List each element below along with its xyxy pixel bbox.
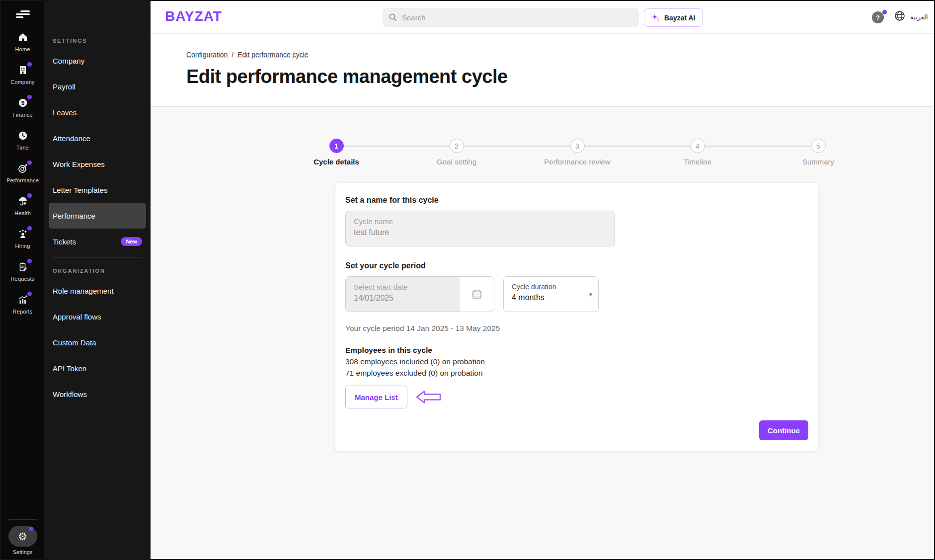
topbar: BAYZAT Bayzat AI ? العربية [151,1,934,34]
new-badge: New [121,237,142,246]
building-icon [16,64,29,77]
rail-item-home[interactable]: Home [1,31,44,52]
notification-dot [27,62,32,67]
employees-included-line: 308 employees included (0) on probation [345,357,808,366]
question-icon: ? [876,14,880,21]
sidebar-item-leaves[interactable]: Leaves [49,99,146,125]
bayzat-ai-label: Bayzat AI [664,14,696,22]
breadcrumb: Configuration / Edit performance cycle [186,51,934,59]
rail-item-time[interactable]: Time [1,129,44,151]
continue-button[interactable]: Continue [759,420,808,440]
rail-item-company[interactable]: Company [1,64,44,85]
chart-icon [16,293,29,306]
step-cycle-details[interactable]: 1 Cycle details [294,139,379,166]
start-date-value: 14/01/2025 [354,294,452,303]
page-title: Edit performance management cycle [186,66,934,87]
breadcrumb-edit-cycle[interactable]: Edit performance cycle [237,51,308,59]
clipboard-pencil-icon [16,260,29,273]
clock-icon [16,129,29,142]
notification-dot [27,160,32,165]
notification-dot [27,259,32,263]
cycle-duration-value: 4 months [512,293,590,302]
employees-heading: Employees in this cycle [345,346,808,355]
section-header-settings: SETTINGS [44,38,151,44]
employees-excluded-line: 71 employees excluded (0) on probation [345,369,808,378]
start-date-field[interactable]: Select start date 14/01/2025 [345,276,494,312]
rail-nav: Home Company $ Finance Tim [1,31,44,315]
step-timeline[interactable]: 4 Timeline [655,139,740,166]
search-icon [389,13,397,22]
sidebar-item-performance[interactable]: Performance [49,203,146,229]
bayzat-ai-button[interactable]: Bayzat AI [644,8,703,27]
hiring-person-icon [16,228,29,240]
cycle-name-field[interactable]: Cycle name test future [345,211,615,246]
breadcrumb-separator: / [232,51,234,59]
search-input[interactable] [402,13,621,22]
cycle-duration-select[interactable]: Cycle duration 4 months ▾ [503,276,599,312]
target-icon [16,162,29,175]
language-switcher[interactable]: العربية [910,13,928,21]
sidebar-item-attendance[interactable]: Attendance [49,125,146,151]
rail-item-finance[interactable]: $ Finance [1,96,44,118]
breadcrumb-configuration[interactable]: Configuration [186,51,228,59]
start-date-label: Select start date [354,283,452,291]
manage-list-button[interactable]: Manage List [345,386,407,408]
rail-item-performance[interactable]: Performance [1,162,44,183]
icon-rail: Home Company $ Finance Tim [1,1,44,559]
page-header: Configuration / Edit performance cycle E… [151,34,934,107]
menu-toggle-icon[interactable] [16,9,30,19]
name-section-heading: Set a name for this cycle [345,196,808,205]
divider [53,257,142,258]
app-window: Home Company $ Finance Tim [0,0,935,560]
start-date-value-area: Select start date 14/01/2025 [346,277,460,312]
sidebar-item-api-token[interactable]: API Token [49,355,146,381]
notification-dot [29,527,33,531]
cycle-duration-label: Cycle duration [512,283,590,291]
wizard-stepper: 1 Cycle details 2 Goal setting 3 Perform… [335,139,818,168]
sidebar-item-tickets[interactable]: Tickets New [49,229,146,254]
search-bar[interactable] [383,8,639,27]
divider [8,519,37,520]
main-area: BAYZAT Bayzat AI ? العربية Configuration… [151,1,934,559]
bayzat-logo[interactable]: BAYZAT [165,8,222,24]
cycle-name-label: Cycle name [354,217,607,226]
dollar-icon: $ [16,96,29,109]
notification-dot [882,10,887,14]
step-summary[interactable]: 5 Summary [776,139,860,166]
settings-sidebar: SETTINGS Company Payroll Leaves Attendan… [44,1,151,559]
rail-item-hiring[interactable]: Hiring [1,228,44,249]
rail-item-requests[interactable]: Requests [1,260,44,282]
sidebar-item-approval-flows[interactable]: Approval flows [49,304,146,329]
sidebar-item-role-management[interactable]: Role management [49,278,146,304]
step-performance-review[interactable]: 3 Performance review [535,139,620,166]
period-section-heading: Set your cycle period [345,261,808,270]
notification-dot [27,193,32,198]
gear-icon: ⚙ [18,531,27,542]
chevron-down-icon: ▾ [589,291,592,298]
sidebar-item-workflows[interactable]: Workflows [49,381,146,407]
rail-item-settings[interactable]: ⚙ [8,526,37,547]
manage-row: Manage List [345,386,808,408]
home-icon [16,31,29,44]
rail-item-reports[interactable]: Reports [1,293,44,315]
cycle-name-value: test future [354,228,607,237]
help-button[interactable]: ? [872,11,884,23]
left-arrow-annotation-icon [415,389,443,405]
content: 1 Cycle details 2 Goal setting 3 Perform… [151,107,934,559]
rail-bottom: ⚙ Settings [1,519,44,559]
continue-row: Continue [345,420,808,440]
section-header-organization: ORGANIZATION [44,268,151,274]
step-goal-setting[interactable]: 2 Goal setting [414,139,499,166]
rail-item-health[interactable]: Health [1,195,44,216]
sidebar-item-letter-templates[interactable]: Letter Templates [49,177,146,203]
notification-dot [27,226,32,231]
umbrella-heart-icon [16,195,29,208]
calendar-icon[interactable] [460,277,494,312]
sidebar-item-custom-data[interactable]: Custom Data [49,329,146,355]
period-row: Select start date 14/01/2025 Cycle durat… [345,276,808,312]
sidebar-item-work-expenses[interactable]: Work Expenses [49,151,146,177]
globe-icon[interactable] [894,10,906,24]
sidebar-item-company[interactable]: Company [49,48,146,74]
notification-dot [27,292,32,296]
sidebar-item-payroll[interactable]: Payroll [49,74,146,99]
